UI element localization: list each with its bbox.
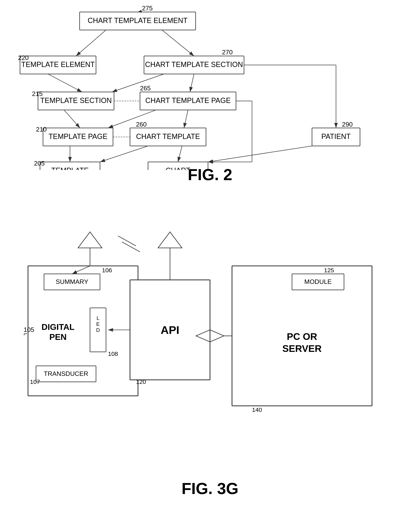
label-265: 265 xyxy=(140,85,150,92)
label-215: 215 xyxy=(32,90,43,97)
digital-pen-text2: PEN xyxy=(49,332,67,342)
api-label: API xyxy=(161,324,179,336)
fig2-diagram: CHART TEMPLATE ELEMENT 275 TEMPLATE ELEM… xyxy=(12,6,408,186)
label-210: 210 xyxy=(36,126,47,133)
svg-line-25 xyxy=(178,146,182,162)
svg-line-27 xyxy=(208,146,312,162)
label-108: 108 xyxy=(108,350,118,357)
led-e: E xyxy=(96,321,100,327)
svg-marker-33 xyxy=(78,232,102,248)
svg-line-24 xyxy=(100,146,148,162)
svg-line-4 xyxy=(76,30,106,56)
module-label: MODULE xyxy=(304,278,332,285)
label-140: 140 xyxy=(252,407,262,413)
label-120: 120 xyxy=(136,378,146,385)
label-220: 220 xyxy=(18,54,29,61)
svg-text:⌐: ⌐ xyxy=(24,330,27,337)
chart-template-page-label: CHART TEMPLATE PAGE xyxy=(145,96,231,104)
chart-template-label: CHART TEMPLATE xyxy=(136,132,200,141)
pc-or-server-label: PC OR xyxy=(287,331,317,342)
chart-template-element-label: CHART TEMPLATE ELEMENT xyxy=(88,16,188,25)
template-page-label: TEMPLATE PAGE xyxy=(49,132,108,141)
fig3g-diagram: 105 ⌐ SUMMARY 106 DIGITAL PEN L E D 108 … xyxy=(12,220,408,500)
chart-template-section-label: CHART TEMPLATE SECTION xyxy=(145,60,243,69)
svg-line-9 xyxy=(112,74,164,92)
label-106: 106 xyxy=(102,267,112,274)
label-290: 290 xyxy=(342,121,352,128)
led-d: D xyxy=(96,327,100,333)
pc-or-server-label2: SERVER xyxy=(282,343,322,354)
label-125: 125 xyxy=(324,267,334,274)
label-260: 260 xyxy=(136,121,147,128)
led-l: L xyxy=(97,315,99,321)
svg-line-7 xyxy=(48,74,82,92)
svg-line-16 xyxy=(108,110,156,128)
label-270: 270 xyxy=(222,49,232,56)
digital-pen-text: DIGITAL xyxy=(42,322,75,332)
fig3g-label: FIG. 3G xyxy=(12,479,408,498)
summary-label: SUMMARY xyxy=(56,278,88,285)
svg-line-17 xyxy=(184,110,188,128)
svg-line-10 xyxy=(190,74,194,92)
svg-line-14 xyxy=(64,110,80,128)
template-element-label: TEMPLATE ELEMENT xyxy=(21,60,95,69)
label-275: 275 xyxy=(142,6,153,12)
patient-label: PATIENT xyxy=(321,132,351,141)
template-section-label: TEMPLATE SECTION xyxy=(40,96,112,104)
svg-marker-37 xyxy=(158,232,182,248)
fig2-label: FIG. 2 xyxy=(12,165,408,184)
label-107: 107 xyxy=(30,378,40,385)
svg-line-5 xyxy=(162,30,194,56)
transducer-label: TRANSDUCER xyxy=(44,370,88,377)
